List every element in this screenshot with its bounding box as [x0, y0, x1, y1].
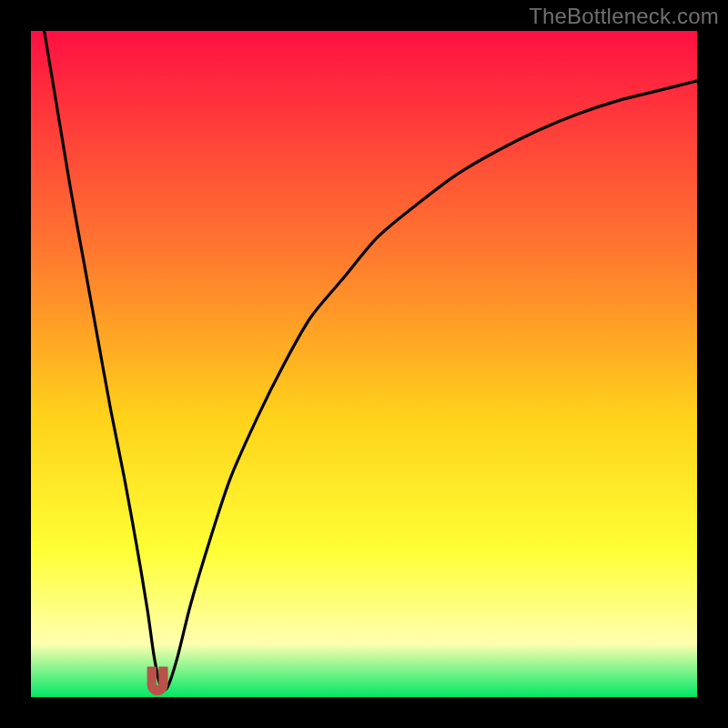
plot-background	[31, 31, 697, 697]
watermark-text: TheBottleneck.com	[529, 4, 719, 29]
bottleneck-chart	[0, 0, 728, 728]
chart-frame: TheBottleneck.com	[0, 0, 728, 728]
